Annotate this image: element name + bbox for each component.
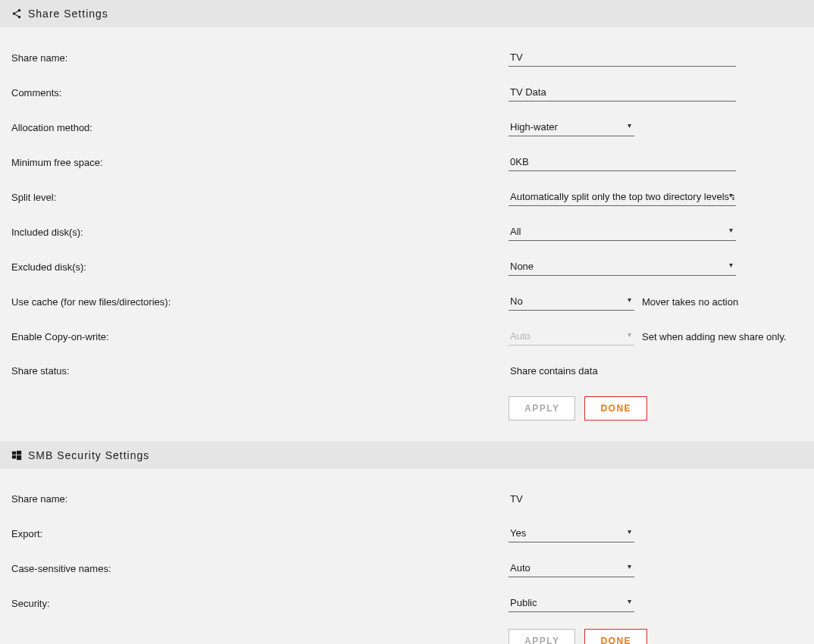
smb-done-button[interactable]: Done [584, 629, 647, 644]
smb-share-name-label: Share name: [11, 493, 509, 505]
windows-icon [11, 450, 22, 461]
security-select[interactable]: Public [509, 594, 634, 611]
smb-apply-button[interactable]: Apply [509, 629, 575, 644]
min-free-space-input[interactable] [509, 153, 736, 171]
smb-share-name-value: TV [509, 490, 524, 508]
copy-on-write-select: Auto [509, 327, 634, 345]
svg-point-1 [13, 12, 16, 15]
share-icon [11, 8, 22, 19]
included-disks-label: Included disk(s): [11, 227, 509, 238]
svg-rect-5 [12, 455, 16, 458]
use-cache-select[interactable]: No [509, 292, 634, 310]
export-select[interactable]: Yes [509, 524, 634, 542]
allocation-method-select[interactable]: High-water [509, 118, 634, 136]
share-settings-title: Share Settings [28, 8, 108, 20]
share-name-input[interactable] [509, 48, 736, 67]
copy-on-write-label: Enable Copy-on-write: [11, 331, 509, 342]
share-apply-button[interactable]: Apply [509, 396, 575, 420]
security-label: Security: [11, 598, 509, 609]
case-sensitive-label: Case-sensitive names: [11, 563, 509, 574]
svg-point-0 [18, 9, 21, 12]
svg-rect-4 [17, 451, 21, 455]
included-disks-select[interactable]: All [509, 223, 736, 240]
excluded-disks-label: Excluded disk(s): [11, 261, 509, 273]
case-sensitive-select[interactable]: Auto [509, 559, 634, 577]
comments-input[interactable] [509, 83, 736, 102]
svg-rect-3 [12, 452, 16, 455]
share-name-label: Share name: [11, 52, 509, 64]
share-settings-form: Share name: Comments: Allocation method:… [0, 27, 814, 442]
export-label: Export: [11, 528, 509, 539]
share-done-button[interactable]: Done [584, 396, 647, 420]
split-level-label: Split level: [11, 192, 509, 203]
min-free-space-label: Minimum free space: [11, 157, 509, 168]
smb-settings-form: Share name: TV Export: Yes Case-sensitiv… [0, 469, 814, 644]
allocation-method-label: Allocation method: [11, 122, 509, 133]
use-cache-label: Use cache (for new files/directories): [11, 296, 509, 308]
smb-settings-title: SMB Security Settings [28, 449, 149, 461]
excluded-disks-select[interactable]: None [509, 258, 736, 275]
copy-on-write-help: Set when adding new share only. [642, 331, 787, 342]
svg-point-2 [18, 16, 21, 19]
use-cache-help: Mover takes no action [642, 296, 738, 308]
share-status-label: Share status: [11, 365, 509, 377]
svg-rect-6 [17, 455, 21, 460]
smb-settings-header: SMB Security Settings [0, 442, 814, 469]
share-settings-header: Share Settings [0, 0, 814, 27]
split-level-select[interactable]: Automatically split only the top two dir… [509, 188, 736, 205]
comments-label: Comments: [11, 87, 509, 98]
share-status-value: Share contains data [509, 362, 600, 380]
